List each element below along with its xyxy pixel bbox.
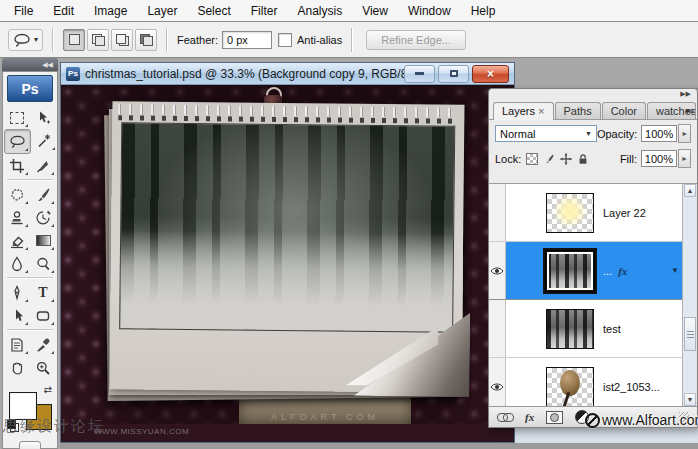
scroll-up-arrow[interactable]: ▲ (684, 184, 696, 197)
layer-thumbnail[interactable] (546, 193, 594, 233)
anti-alias-label: Anti-alias (297, 34, 342, 46)
new-selection-button[interactable] (63, 29, 85, 51)
magic-wand-tool[interactable] (32, 129, 57, 152)
restore-button[interactable] (438, 65, 469, 83)
menu-view[interactable]: View (352, 1, 398, 21)
visibility-toggle[interactable] (489, 242, 506, 299)
layers-list: Layer 22 ... fx ▼ test (489, 183, 697, 406)
intersect-selection-button[interactable] (135, 29, 157, 51)
menu-select[interactable]: Select (187, 1, 240, 21)
winter-forest-photo (119, 122, 455, 332)
pen-tool[interactable] (5, 281, 30, 304)
fill-stepper[interactable]: ► (678, 149, 691, 168)
tab-paths[interactable]: Paths (555, 102, 601, 119)
eyedropper-tool[interactable] (31, 333, 56, 356)
clone-stamp-tool[interactable] (5, 206, 30, 229)
tab-layers[interactable]: Layers × (493, 102, 554, 120)
lock-position-icon[interactable] (560, 153, 572, 165)
document-title-bar[interactable]: Ps christmas_tutorial.psd @ 33.3% (Backg… (61, 63, 514, 85)
layer-row-selected[interactable]: ... fx ▼ (489, 242, 697, 300)
calendar-front-sheet (110, 101, 465, 393)
layer-fx-badge[interactable]: fx (618, 265, 627, 277)
options-separator (166, 28, 168, 52)
document-canvas[interactable]: ALFOART.COM (61, 85, 514, 424)
photoshop-logo[interactable]: Ps (7, 75, 53, 102)
options-separator (52, 28, 54, 52)
visibility-toggle[interactable] (489, 184, 506, 241)
panel-tabs: Layers × Paths Color watches ▾≡ (489, 100, 697, 120)
shape-tool[interactable] (31, 304, 56, 327)
subtract-from-selection-button[interactable] (111, 29, 133, 51)
lock-paint-icon[interactable] (543, 153, 555, 165)
add-to-selection-button[interactable] (87, 29, 109, 51)
active-tool-preview[interactable]: ▾ (8, 29, 43, 51)
screen-mode-button[interactable] (19, 441, 41, 449)
menu-help[interactable]: Help (461, 1, 506, 21)
layers-scrollbar[interactable]: ▲ ▼ (682, 184, 697, 406)
history-brush-tool[interactable] (31, 206, 56, 229)
layer-name[interactable]: Layer 22 (603, 207, 646, 219)
tab-close-icon[interactable]: × (538, 105, 544, 117)
minimize-button[interactable] (404, 65, 435, 83)
toolbox-collapse-bar[interactable]: ◀◀ (2, 58, 58, 71)
menu-file[interactable]: File (4, 1, 43, 21)
lasso-tool[interactable] (4, 129, 31, 154)
path-selection-tool[interactable] (5, 304, 30, 327)
blur-tool[interactable] (5, 252, 30, 275)
zoom-tool[interactable] (31, 356, 56, 379)
hand-tool[interactable] (5, 356, 30, 379)
layer-name[interactable]: ist2_1053... (603, 381, 660, 393)
panel-collapse-arrows[interactable]: ▶▶ (489, 89, 697, 100)
visibility-toggle[interactable] (489, 358, 506, 406)
fill-value[interactable]: 100% (641, 150, 677, 167)
layer-thumbnail[interactable] (546, 367, 594, 407)
eraser-tool[interactable] (5, 229, 30, 252)
layer-thumbnail[interactable] (546, 309, 594, 349)
layer-row-ist2[interactable]: ist2_1053... (489, 358, 697, 406)
calendar-artwork (110, 101, 465, 393)
lock-all-icon[interactable] (577, 153, 589, 165)
add-layer-mask-icon[interactable] (546, 411, 563, 424)
menu-edit[interactable]: Edit (43, 1, 84, 21)
slice-tool[interactable] (31, 154, 56, 177)
foreground-color-swatch[interactable] (9, 392, 37, 420)
anti-alias-checkbox[interactable] (278, 33, 292, 47)
fx-expand-arrow[interactable]: ▼ (671, 266, 679, 275)
tab-color[interactable]: Color (602, 102, 646, 119)
close-button[interactable]: × (472, 65, 509, 83)
layer-row-layer22[interactable]: Layer 22 (489, 184, 697, 242)
move-tool[interactable] (31, 106, 56, 129)
healing-brush-tool[interactable] (5, 183, 30, 206)
layer-row-test[interactable]: test (489, 300, 697, 358)
panel-menu-icon[interactable]: ▾≡ (685, 106, 693, 116)
layer-name[interactable]: test (603, 323, 621, 335)
lock-transparency-icon[interactable] (526, 153, 538, 165)
scrollbar-thumb[interactable] (684, 317, 696, 351)
swap-colors-icon[interactable]: ⇄ (44, 384, 52, 395)
menu-layer[interactable]: Layer (137, 1, 187, 21)
menu-image[interactable]: Image (84, 1, 137, 21)
visibility-toggle[interactable] (489, 300, 506, 357)
menu-window[interactable]: Window (398, 1, 461, 21)
forum-watermark-url: WWW.MISSYUAN.COM (94, 427, 189, 436)
brush-tool[interactable] (31, 183, 56, 206)
type-tool[interactable]: T (31, 281, 56, 304)
blend-mode-select[interactable]: Normal ▼ (495, 125, 597, 142)
menu-analysis[interactable]: Analysis (287, 1, 352, 21)
feather-input[interactable]: 0 px (222, 31, 272, 49)
refine-edge-button[interactable]: Refine Edge... (366, 30, 466, 50)
gradient-tool[interactable] (31, 229, 56, 252)
layer-thumbnail[interactable] (546, 251, 594, 291)
add-layer-style-icon[interactable]: fx (525, 411, 534, 423)
layers-panel: ▶▶ Layers × Paths Color watches ▾≡ Norma… (488, 88, 698, 428)
menu-filter[interactable]: Filter (241, 1, 288, 21)
dodge-tool[interactable] (31, 252, 56, 275)
opacity-stepper[interactable]: ► (678, 124, 691, 143)
crop-tool[interactable] (5, 154, 30, 177)
rectangular-marquee-tool[interactable] (5, 106, 30, 129)
opacity-value[interactable]: 100% (641, 125, 677, 142)
notes-tool[interactable] (5, 333, 30, 356)
scroll-down-arrow[interactable]: ▼ (684, 393, 696, 406)
link-layers-icon[interactable] (497, 413, 513, 421)
layer-name[interactable]: ... (603, 265, 612, 277)
